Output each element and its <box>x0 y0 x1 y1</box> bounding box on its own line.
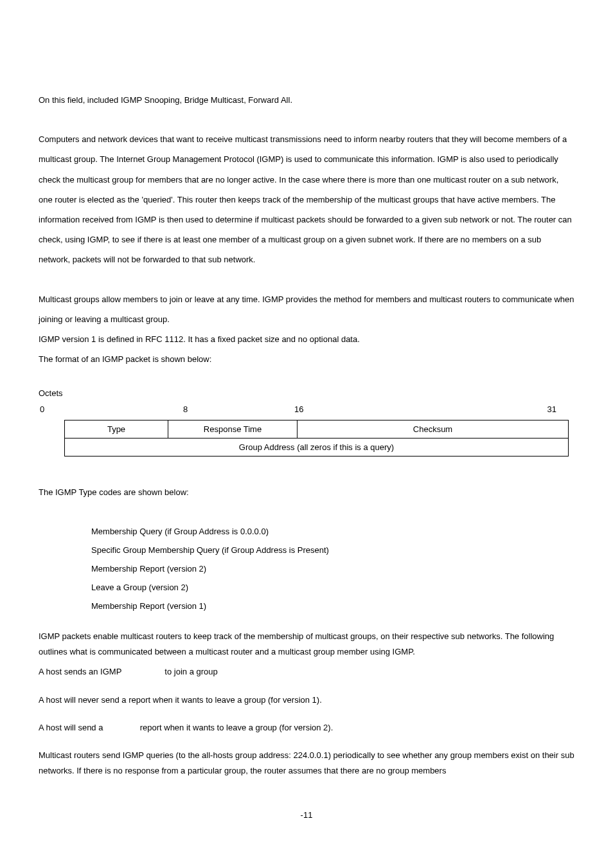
para-line-a: Multicast groups allow members to join o… <box>39 294 574 324</box>
text-fragment: A host will send a <box>39 723 105 732</box>
document-page: On this field, included IGMP Snooping, B… <box>0 0 613 845</box>
type-codes-table: Membership Query (if Group Address is 0.… <box>64 521 338 616</box>
table-row: Specific Group Membership Query (if Grou… <box>66 541 337 559</box>
para-line-c: The format of an IGMP packet is shown be… <box>39 354 211 364</box>
type-code-desc: Specific Group Membership Query (if Grou… <box>66 541 337 559</box>
bit-label-8: 8 <box>183 404 188 414</box>
bit-label-0: 0 <box>40 404 44 414</box>
bit-label-16: 16 <box>294 404 303 414</box>
type-code-desc: Membership Report (version 1) <box>66 597 337 615</box>
cell-checksum: Checksum <box>298 420 569 439</box>
cell-response-time: Response Time <box>168 420 298 439</box>
type-codes-intro: The IGMP Type codes are shown below: <box>39 482 574 502</box>
cell-type: Type <box>65 420 168 439</box>
paragraph-igmp-tracking: IGMP packets enable multicast routers to… <box>39 629 574 659</box>
igmp-packet-table: Type Response Time Checksum Group Addres… <box>64 420 569 457</box>
table-row: Membership Query (if Group Address is 0.… <box>66 523 337 540</box>
table-row: Membership Report (version 2) <box>66 560 337 577</box>
paragraph-host-join: A host sends an IGMP to join a group <box>39 664 574 679</box>
paragraph-router-queries: Multicast routers send IGMP queries (to … <box>39 748 574 778</box>
type-code-desc: Membership Report (version 2) <box>66 560 337 577</box>
para-line-b: IGMP version 1 is defined in RFC 1112. I… <box>39 334 360 344</box>
table-row: Group Address (all zeros if this is a qu… <box>65 439 569 457</box>
cell-group-address: Group Address (all zeros if this is a qu… <box>65 439 569 457</box>
type-code-desc: Membership Query (if Group Address is 0.… <box>66 523 337 540</box>
table-row: Membership Report (version 1) <box>66 597 337 615</box>
text-fragment: A host sends an IGMP <box>39 667 124 676</box>
paragraph-host-leave-v2: A host will send a report when it wants … <box>39 720 574 735</box>
paragraph-multicast-groups: Multicast groups allow members to join o… <box>39 289 574 370</box>
type-code-desc: Leave a Group (version 2) <box>66 579 337 596</box>
bit-offset-header: 0 8 16 31 <box>39 404 574 417</box>
text-fragment: to join a group <box>163 667 218 676</box>
bit-label-31: 31 <box>547 404 556 414</box>
page-number: -11 <box>39 810 574 820</box>
table-row: Type Response Time Checksum <box>65 420 569 439</box>
intro-line: On this field, included IGMP Snooping, B… <box>39 90 574 110</box>
paragraph-igmp-overview: Computers and network devices that want … <box>39 129 574 269</box>
paragraph-host-leave-v1: A host will never send a report when it … <box>39 692 574 707</box>
text-fragment: report when it wants to leave a group (f… <box>138 723 333 732</box>
table-row: Leave a Group (version 2) <box>66 579 337 596</box>
octets-label: Octets <box>39 388 574 398</box>
